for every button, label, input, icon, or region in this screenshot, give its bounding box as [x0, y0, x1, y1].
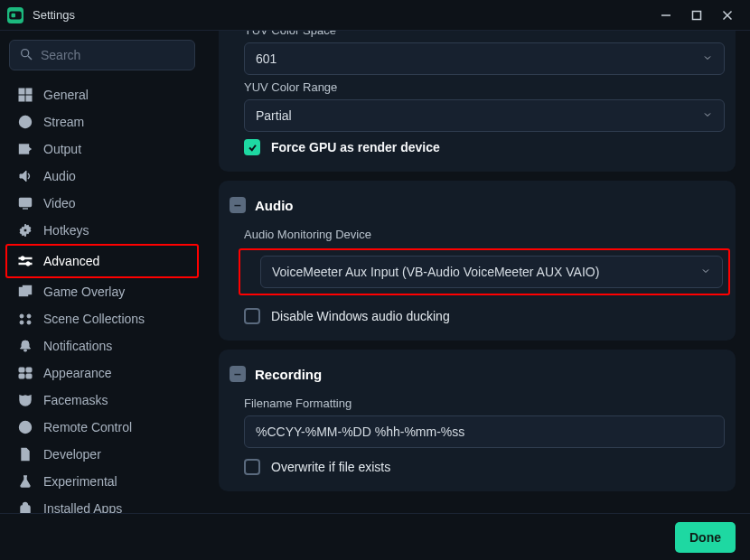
sidebar-item-label: Facemasks	[43, 393, 108, 407]
window-titlebar: Settings	[0, 0, 750, 31]
annotation-highlight-sidebar-advanced: Advanced	[5, 244, 199, 278]
appearance-icon	[16, 364, 34, 382]
overwrite-checkbox-row[interactable]: Overwrite if file exists	[230, 448, 725, 479]
sidebar-item-scene-collections[interactable]: Scene Collections	[9, 305, 195, 332]
sidebar-item-label: Stream	[43, 115, 84, 129]
sidebar-item-video[interactable]: Video	[9, 190, 195, 217]
output-icon	[16, 140, 34, 158]
svg-rect-34	[26, 374, 32, 378]
audio-panel: – Audio Audio Monitoring Device VoiceMee…	[219, 181, 736, 341]
collections-icon	[16, 310, 34, 328]
chevron-down-icon	[702, 51, 713, 66]
sidebar-item-label: Notifications	[43, 339, 112, 353]
svg-rect-3	[693, 11, 701, 19]
collapse-toggle[interactable]: –	[230, 197, 246, 213]
sidebar-item-developer[interactable]: Developer	[9, 441, 195, 468]
sidebar-item-remote-control[interactable]: Remote Control	[9, 414, 195, 441]
sidebar-item-game-overlay[interactable]: Game Overlay	[9, 278, 195, 305]
sidebar-item-general[interactable]: General	[9, 81, 195, 108]
svg-rect-11	[26, 96, 32, 101]
video-panel-tail: YUV Color Space 601 YUV Color Range Part…	[219, 31, 736, 172]
yuv-color-space-value: 601	[256, 51, 277, 66]
overlay-icon	[16, 283, 34, 301]
svg-marker-16	[20, 171, 26, 182]
sidebar-item-advanced[interactable]: Advanced	[9, 247, 195, 275]
yuv-color-range-label: YUV Color Range	[230, 75, 725, 99]
audio-monitor-select[interactable]: VoiceMeeter Aux Input (VB-Audio VoiceMee…	[260, 256, 723, 288]
sidebar-item-facemasks[interactable]: Facemasks	[9, 387, 195, 414]
search-input[interactable]	[41, 48, 199, 62]
svg-rect-10	[19, 96, 24, 101]
sidebar-item-stream[interactable]: Stream	[9, 108, 195, 135]
sidebar-item-audio[interactable]: Audio	[9, 163, 195, 190]
svg-point-19	[23, 229, 27, 232]
sidebar: GeneralStreamOutputAudioVideoHotkeysAdva…	[0, 31, 204, 513]
svg-point-28	[20, 321, 23, 324]
doc-icon	[16, 445, 34, 463]
sidebar-item-label: Game Overlay	[43, 285, 125, 299]
sliders-icon	[16, 252, 34, 270]
sidebar-item-label: Audio	[43, 169, 76, 183]
search-input-wrap[interactable]	[9, 40, 195, 70]
window-minimize-button[interactable]	[651, 4, 681, 27]
collapse-toggle[interactable]: –	[230, 366, 246, 382]
svg-rect-9	[26, 89, 32, 94]
svg-rect-33	[19, 374, 24, 378]
sidebar-item-output[interactable]: Output	[9, 135, 195, 163]
sidebar-item-label: Hotkeys	[43, 223, 89, 238]
svg-rect-31	[19, 368, 24, 372]
svg-rect-30	[24, 350, 27, 351]
done-button[interactable]: Done	[675, 522, 736, 553]
yuv-color-space-select[interactable]: 601	[244, 42, 725, 75]
yuv-color-space-label: YUV Color Space	[230, 31, 725, 42]
sidebar-item-label: Video	[43, 196, 76, 210]
svg-rect-1	[12, 13, 16, 17]
overwrite-checkbox[interactable]	[244, 459, 260, 475]
force-gpu-checkbox-row[interactable]: Force GPU as render device	[230, 132, 725, 159]
force-gpu-checkbox[interactable]	[244, 139, 260, 155]
sidebar-item-label: Remote Control	[43, 420, 132, 434]
sidebar-item-label: Installed Apps	[43, 501, 122, 513]
chevron-down-icon	[700, 265, 711, 279]
overwrite-label: Overwrite if file exists	[271, 460, 390, 474]
disable-ducking-checkbox[interactable]	[244, 308, 260, 324]
svg-point-27	[27, 314, 31, 318]
disable-ducking-label: Disable Windows audio ducking	[271, 309, 450, 323]
globe-icon	[16, 113, 34, 131]
sidebar-item-label: Appearance	[43, 366, 112, 380]
sidebar-item-appearance[interactable]: Appearance	[9, 359, 195, 387]
window-close-button[interactable]	[712, 4, 743, 27]
svg-rect-23	[19, 263, 32, 264]
sidebar-item-notifications[interactable]: Notifications	[9, 332, 195, 359]
search-icon	[19, 47, 33, 64]
audio-monitor-label: Audio Monitoring Device	[230, 222, 725, 247]
bell-icon	[16, 337, 34, 355]
yuv-color-range-select[interactable]: Partial	[244, 99, 725, 132]
chevron-down-icon	[702, 108, 713, 123]
footer: Done	[0, 513, 750, 560]
gear-icon	[16, 221, 34, 239]
sidebar-item-hotkeys[interactable]: Hotkeys	[9, 217, 195, 244]
svg-point-6	[22, 49, 29, 56]
flask-icon	[16, 472, 34, 490]
sidebar-item-installed-apps[interactable]: Installed Apps	[9, 495, 195, 513]
filename-format-value: %CCYY-%MM-%DD %hh-%mm-%ss	[256, 425, 464, 439]
svg-rect-8	[19, 89, 24, 94]
sidebar-item-label: Output	[43, 142, 81, 156]
sidebar-item-label: Experimental	[43, 474, 117, 489]
disable-ducking-checkbox-row[interactable]: Disable Windows audio ducking	[230, 301, 725, 328]
window-title: Settings	[33, 8, 651, 22]
app-icon	[7, 7, 23, 23]
sidebar-item-experimental[interactable]: Experimental	[9, 468, 195, 495]
audio-monitor-value: VoiceMeeter Aux Input (VB-Audio VoiceMee…	[272, 265, 599, 279]
sidebar-item-label: Advanced	[43, 254, 99, 268]
force-gpu-label: Force GPU as render device	[271, 140, 440, 154]
window-maximize-button[interactable]	[681, 4, 712, 27]
filename-format-label: Filename Formatting	[230, 391, 725, 415]
speaker-icon	[16, 167, 34, 185]
filename-format-input[interactable]: %CCYY-%MM-%DD %hh-%mm-%ss	[244, 415, 725, 448]
sidebar-item-label: Scene Collections	[43, 312, 145, 326]
recording-panel: – Recording Filename Formatting %CCYY-%M…	[219, 350, 736, 491]
audio-panel-title: Audio	[255, 198, 294, 213]
annotation-highlight-audio-monitor: VoiceMeeter Aux Input (VB-Audio VoiceMee…	[239, 248, 730, 295]
